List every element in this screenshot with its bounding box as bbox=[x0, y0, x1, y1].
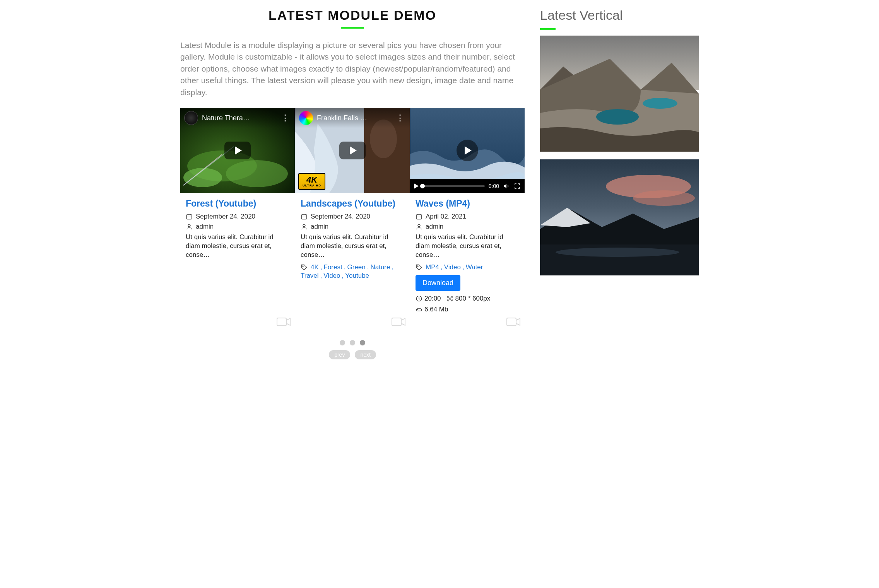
date-meta: September 24, 2020 bbox=[301, 213, 404, 220]
svg-point-35 bbox=[596, 109, 639, 125]
tag-link[interactable]: Youtube bbox=[345, 272, 369, 280]
seek-slider[interactable] bbox=[422, 185, 485, 187]
play-button[interactable] bbox=[457, 140, 478, 161]
tag-link[interactable]: Travel bbox=[301, 272, 319, 280]
tag-list: MP4, Video, Water bbox=[416, 263, 519, 271]
tag-list: 4K, Forest, Green, Nature, Travel, Video… bbox=[301, 263, 404, 280]
card-title-link[interactable]: Forest (Youtube) bbox=[186, 198, 256, 209]
user-icon bbox=[416, 223, 422, 230]
svg-rect-16 bbox=[301, 215, 307, 219]
svg-point-32 bbox=[417, 309, 418, 310]
svg-point-21 bbox=[303, 266, 303, 267]
tag-link[interactable]: Nature bbox=[370, 263, 390, 271]
calendar-icon bbox=[186, 213, 193, 220]
pager-dot[interactable] bbox=[340, 340, 345, 345]
video-type-icon bbox=[391, 316, 406, 329]
user-icon bbox=[186, 223, 193, 230]
tag-link[interactable]: Forest bbox=[324, 263, 342, 271]
card-title: Landscapes (Youtube) bbox=[301, 198, 404, 209]
tag-icon bbox=[301, 264, 308, 271]
file-info: 20:00 800 * 600px 6.64 Mb bbox=[416, 295, 519, 313]
svg-rect-11 bbox=[277, 318, 286, 326]
tag-link[interactable]: 4K bbox=[311, 263, 319, 271]
video-type-icon bbox=[506, 316, 521, 329]
author-meta: admin bbox=[301, 223, 404, 231]
time-label: 0:00 bbox=[489, 183, 499, 189]
calendar-icon bbox=[416, 213, 422, 220]
author-meta: admin bbox=[186, 223, 289, 231]
svg-point-41 bbox=[556, 248, 679, 257]
play-button[interactable] bbox=[339, 142, 366, 159]
page-title: LATEST MODULE DEMO bbox=[180, 8, 525, 29]
carousel: Nature Thera… ⋮ Forest (Youtube) Septemb… bbox=[180, 108, 525, 333]
svg-rect-22 bbox=[392, 318, 401, 326]
card-desc: Ut quis varius elit. Curabitur id diam m… bbox=[416, 233, 519, 260]
volume-icon[interactable] bbox=[503, 183, 510, 190]
user-icon bbox=[301, 223, 308, 230]
svg-rect-6 bbox=[186, 215, 192, 219]
card-title: Waves (MP4) bbox=[416, 198, 519, 209]
svg-point-39 bbox=[633, 190, 695, 206]
calendar-icon bbox=[301, 213, 308, 220]
svg-point-20 bbox=[303, 224, 305, 227]
pager-dots bbox=[180, 340, 525, 345]
tag-icon bbox=[416, 264, 422, 271]
sidebar-image[interactable] bbox=[540, 36, 699, 152]
kebab-menu-icon[interactable]: ⋮ bbox=[394, 113, 406, 123]
svg-point-29 bbox=[417, 266, 418, 267]
yt-title: Nature Thera… bbox=[202, 114, 275, 122]
card-desc: Ut quis varius elit. Curabitur id diam m… bbox=[186, 233, 289, 260]
svg-point-36 bbox=[643, 98, 677, 109]
badge-4k-icon: 4K ULTRA HD bbox=[298, 173, 325, 190]
tag-link[interactable]: Video bbox=[444, 263, 461, 271]
card-title-link[interactable]: Landscapes (Youtube) bbox=[301, 198, 395, 209]
author-meta: admin bbox=[416, 223, 519, 231]
date-meta: April 02, 2021 bbox=[416, 213, 519, 220]
card-desc: Ut quis varius elit. Curabitur id diam m… bbox=[301, 233, 404, 260]
card-waves: 0:00 Waves (MP4) April 02, 2021 bbox=[410, 108, 525, 333]
clock-icon bbox=[416, 295, 422, 302]
video-thumb[interactable]: Nature Thera… ⋮ bbox=[180, 108, 295, 193]
sidebar-image[interactable] bbox=[540, 159, 699, 275]
pager: prev next bbox=[180, 340, 525, 359]
tag-link[interactable]: MP4 bbox=[426, 263, 439, 271]
next-button[interactable]: next bbox=[355, 350, 376, 359]
intro-text: Latest Module is a module displaying a p… bbox=[180, 39, 525, 98]
video-thumb[interactable]: 0:00 bbox=[410, 108, 525, 193]
tag-link[interactable]: Video bbox=[323, 272, 340, 280]
prev-button[interactable]: prev bbox=[329, 350, 350, 359]
svg-point-28 bbox=[418, 224, 420, 227]
play-icon[interactable] bbox=[414, 183, 419, 189]
video-type-icon bbox=[276, 316, 291, 329]
download-button[interactable]: Download bbox=[416, 275, 460, 291]
channel-avatar-icon bbox=[184, 111, 198, 125]
pager-dot[interactable] bbox=[360, 340, 365, 345]
tag-link[interactable]: Green bbox=[347, 263, 365, 271]
svg-rect-33 bbox=[507, 318, 516, 326]
card-landscapes: Franklin Falls … ⋮ 4K ULTRA HD Landscape… bbox=[295, 108, 410, 333]
tag-link[interactable]: Water bbox=[466, 263, 483, 271]
dimensions-icon bbox=[446, 295, 453, 302]
video-controls: 0:00 bbox=[410, 179, 525, 193]
channel-avatar-icon bbox=[299, 111, 313, 125]
play-button[interactable] bbox=[224, 142, 251, 159]
card-title: Forest (Youtube) bbox=[186, 198, 289, 209]
video-thumb[interactable]: Franklin Falls … ⋮ 4K ULTRA HD bbox=[295, 108, 410, 193]
sidebar-title: Latest Vertical bbox=[540, 8, 699, 30]
fullscreen-icon[interactable] bbox=[514, 183, 521, 190]
card-title-link[interactable]: Waves (MP4) bbox=[416, 198, 470, 209]
kebab-menu-icon[interactable]: ⋮ bbox=[279, 113, 291, 123]
svg-point-2 bbox=[226, 160, 288, 187]
date-meta: September 24, 2020 bbox=[186, 213, 289, 220]
svg-point-10 bbox=[188, 224, 190, 227]
pager-dot[interactable] bbox=[350, 340, 355, 345]
disk-icon bbox=[416, 306, 422, 313]
yt-title: Franklin Falls … bbox=[317, 114, 390, 122]
svg-rect-24 bbox=[416, 215, 422, 219]
card-forest: Nature Thera… ⋮ Forest (Youtube) Septemb… bbox=[180, 108, 295, 333]
